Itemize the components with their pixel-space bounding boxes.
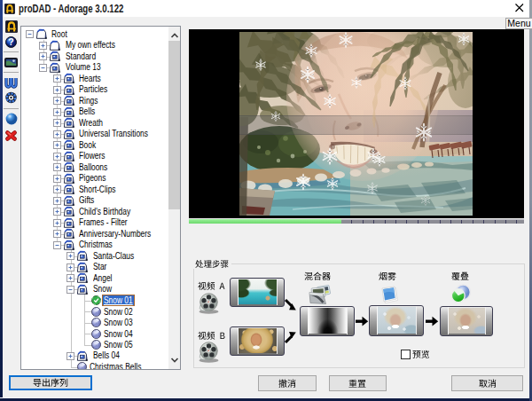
svg-text:?: ? [8, 36, 13, 47]
